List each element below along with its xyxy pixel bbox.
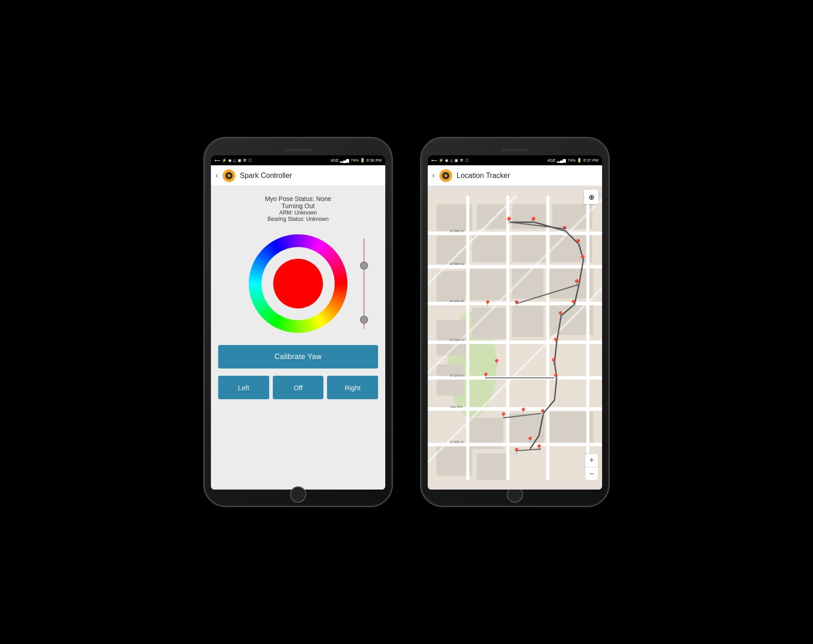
back-button-2[interactable]: ‹ bbox=[432, 171, 435, 180]
status-left-icons: ⟵ ⚡ ◉ △ ▣ ⛨ ⬡ bbox=[215, 158, 252, 163]
battery-icon-2: 🔋 bbox=[577, 158, 582, 163]
svg-text:📍: 📍 bbox=[560, 225, 569, 234]
right-button[interactable]: Right bbox=[327, 376, 378, 399]
location-icon: ◉ bbox=[228, 158, 232, 163]
home-button-1[interactable] bbox=[290, 486, 306, 503]
svg-rect-7 bbox=[552, 205, 593, 229]
phone-top-bar bbox=[211, 146, 385, 154]
svg-rect-19 bbox=[512, 306, 543, 337]
photo-icon: ▣ bbox=[238, 158, 242, 163]
svg-text:📍: 📍 bbox=[552, 337, 560, 345]
slider-thumb-top[interactable] bbox=[360, 261, 368, 270]
svg-rect-14 bbox=[512, 267, 543, 299]
left-button[interactable]: Left bbox=[218, 376, 269, 399]
svg-rect-24 bbox=[549, 411, 593, 443]
red-indicator bbox=[273, 259, 323, 308]
svg-text:📍: 📍 bbox=[526, 436, 534, 444]
phone-1-screen: ⟵ ⚡ ◉ △ ▣ ⛨ ⬡ 4GE ▂▄▆ 74% 🔋 8:36 PM ‹ S bbox=[211, 155, 385, 490]
svg-rect-26 bbox=[477, 453, 508, 480]
svg-rect-20 bbox=[549, 303, 593, 335]
svg-text:📍: 📍 bbox=[570, 299, 578, 307]
phone-1: ⟵ ⚡ ◉ △ ▣ ⛨ ⬡ 4GE ▂▄▆ 74% 🔋 8:36 PM ‹ S bbox=[203, 137, 393, 507]
svg-text:📍: 📍 bbox=[556, 311, 565, 318]
svg-text:📍: 📍 bbox=[578, 254, 587, 263]
zoom-in-button[interactable]: + bbox=[585, 453, 598, 467]
phone-bottom-1 bbox=[290, 491, 306, 498]
spark-content: Myo Pose Status: None Turning Out ARM: U… bbox=[211, 186, 385, 490]
svg-text:W 30th St: W 30th St bbox=[450, 440, 463, 443]
location-tracker-icon bbox=[442, 172, 449, 179]
svg-line-70 bbox=[517, 285, 579, 303]
shield-icon-2: ⛨ bbox=[460, 158, 464, 163]
alert-icon-2: △ bbox=[450, 158, 453, 163]
calibrate-yaw-button[interactable]: Calibrate Yaw bbox=[218, 345, 378, 369]
battery-icon: 🔋 bbox=[360, 158, 365, 163]
svg-text:📍: 📍 bbox=[484, 300, 492, 308]
svg-rect-25 bbox=[437, 444, 472, 476]
svg-rect-21 bbox=[437, 364, 463, 396]
map-content[interactable]: W 38th St W 36th St W 34th St W 33rd St … bbox=[428, 186, 602, 490]
phone-bottom-2 bbox=[507, 491, 523, 498]
svg-text:📍: 📍 bbox=[513, 300, 521, 308]
bearing-status: Bearing Status: Unknown bbox=[265, 216, 331, 222]
time-1: 8:36 PM bbox=[366, 158, 382, 163]
zoom-out-button[interactable]: − bbox=[585, 467, 598, 481]
svg-rect-6 bbox=[512, 205, 548, 229]
yaw-slider[interactable] bbox=[362, 238, 366, 329]
svg-text:📍: 📍 bbox=[500, 412, 508, 420]
battery-percent-2: 74% bbox=[567, 158, 575, 163]
svg-text:📍: 📍 bbox=[574, 238, 583, 247]
svg-text:W 33rd St: W 33rd St bbox=[450, 338, 464, 341]
svg-text:📍: 📍 bbox=[482, 372, 490, 380]
color-wheel-container bbox=[244, 229, 352, 338]
svg-rect-8 bbox=[437, 236, 468, 265]
compass-button[interactable]: ⊕ bbox=[584, 190, 598, 204]
zoom-controls: + − bbox=[585, 453, 598, 481]
svg-text:📍: 📍 bbox=[513, 448, 521, 455]
vpn-icon: ⬡ bbox=[248, 158, 252, 163]
svg-text:📍: 📍 bbox=[535, 444, 543, 452]
app-bar-2: ‹ Location Tracker bbox=[428, 165, 602, 186]
usb-icon-2: ⚡ bbox=[439, 158, 444, 163]
battery-percent: 74% bbox=[350, 158, 359, 163]
status-bar-2: ⟵ ⚡ ◉ △ ▣ ⛨ ⬡ 4GE ▂▄▆ 74% 🔋 8:37 PM bbox=[428, 155, 602, 165]
myo-status-area: Myo Pose Status: None Turning Out ARM: U… bbox=[265, 195, 331, 222]
shield-icon: ⛨ bbox=[243, 158, 247, 163]
app-title-2: Location Tracker bbox=[457, 172, 510, 180]
arm-status: ARM: Unknown bbox=[265, 210, 331, 216]
svg-point-16 bbox=[448, 311, 496, 418]
svg-rect-22 bbox=[468, 418, 504, 449]
status-right-icons: 4GE ▂▄▆ 74% 🔋 8:36 PM bbox=[331, 158, 382, 163]
slider-line bbox=[364, 238, 364, 329]
svg-rect-23 bbox=[509, 413, 544, 445]
speaker-2 bbox=[501, 149, 528, 151]
speaker bbox=[285, 149, 312, 151]
svg-line-73 bbox=[517, 449, 541, 451]
back-button-1[interactable]: ‹ bbox=[215, 171, 218, 180]
location-icon-2: ◉ bbox=[445, 158, 449, 163]
svg-text:📍: 📍 bbox=[539, 409, 547, 416]
app-title-1: Spark Controller bbox=[240, 172, 292, 180]
status-bar-1: ⟵ ⚡ ◉ △ ▣ ⛨ ⬡ 4GE ▂▄▆ 74% 🔋 8:36 PM bbox=[211, 155, 385, 165]
svg-text:W 38th St: W 38th St bbox=[450, 229, 463, 233]
slider-thumb-bottom[interactable] bbox=[360, 316, 368, 324]
photo-icon-2: ▣ bbox=[454, 158, 458, 163]
vpn-icon-2: ⬡ bbox=[465, 158, 469, 163]
svg-text:📍: 📍 bbox=[552, 373, 560, 381]
svg-rect-15 bbox=[549, 267, 593, 299]
svg-text:📍: 📍 bbox=[572, 279, 581, 287]
map-svg: W 38th St W 36th St W 34th St W 33rd St … bbox=[428, 186, 602, 490]
svg-rect-17 bbox=[437, 320, 468, 356]
spark-icon bbox=[225, 172, 233, 179]
phone-2: ⟵ ⚡ ◉ △ ▣ ⛨ ⬡ 4GE ▂▄▆ 74% 🔋 8:37 PM ‹ L bbox=[420, 137, 610, 507]
alert-icon: △ bbox=[233, 158, 236, 163]
myo-status-line1: Myo Pose Status: None bbox=[265, 195, 331, 202]
svg-text:📍: 📍 bbox=[493, 359, 501, 366]
svg-rect-3 bbox=[428, 196, 602, 480]
back-icon-2: ⟵ bbox=[431, 158, 437, 163]
signal-icon: ▂▄▆ bbox=[340, 158, 349, 163]
off-button[interactable]: Off bbox=[273, 376, 324, 399]
svg-line-38 bbox=[428, 196, 517, 285]
svg-text:📍: 📍 bbox=[519, 407, 528, 415]
myo-status-line2: Turning Out bbox=[265, 202, 331, 210]
